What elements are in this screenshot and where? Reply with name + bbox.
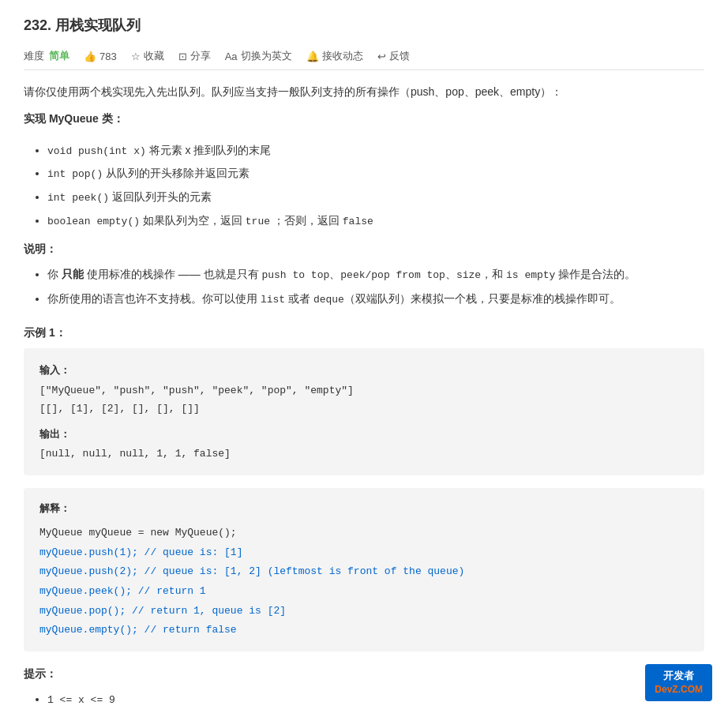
watermark: 开发者 DevZ.COM [645, 664, 712, 701]
subscribe-label: 接收动态 [322, 49, 363, 63]
switch-lang-label: 切换为英文 [241, 49, 292, 63]
difficulty-label: 难度 [24, 49, 44, 63]
example1-title: 示例 1： [24, 326, 704, 340]
hints-section: 提示： 1 <= x <= 9 最多调用 100 次 push、pop、peek… [24, 667, 704, 717]
page-title: 232. 用栈实现队列 [24, 16, 704, 35]
collect-button[interactable]: ☆ 收藏 [131, 49, 164, 63]
output-value: [null, null, null, 1, 1, false] [39, 445, 689, 463]
explain-line-1: MyQueue myQueue = new MyQueue(); [39, 524, 689, 543]
list-item: int peek() 返回队列开头的元素 [47, 186, 704, 208]
note-title: 说明： [24, 242, 704, 257]
share-icon: ⊡ [178, 51, 187, 62]
list-item: int pop() 从队列的开头移除并返回元素 [47, 163, 704, 185]
method-3: int peek() 返回队列开头的元素 [47, 190, 212, 203]
collect-label: 收藏 [144, 49, 164, 63]
difficulty-value: 简单 [49, 49, 69, 63]
example-box: 输入： ["MyQueue", "push", "push", "peek", … [24, 348, 704, 475]
note-section: 说明： 你 只能 使用标准的栈操作 —— 也就是只有 push to top、p… [24, 242, 704, 310]
toolbar: 难度 简单 👍 783 ☆ 收藏 ⊡ 分享 Aa 切换为英文 🔔 接收动态 ↩ … [24, 43, 704, 70]
translate-icon: Aa [225, 51, 238, 62]
method-1: void push(int x) 将元素 x 推到队列的末尾 [47, 144, 272, 156]
like-button[interactable]: 👍 783 [84, 51, 117, 62]
methods-list: void push(int x) 将元素 x 推到队列的末尾 int pop()… [24, 140, 704, 232]
like-count: 783 [99, 51, 117, 62]
subscribe-button[interactable]: 🔔 接收动态 [306, 49, 363, 63]
method-4: boolean empty() 如果队列为空，返回 true ；否则，返回 fa… [47, 214, 373, 227]
note-list: 你 只能 使用标准的栈操作 —— 也就是只有 push to top、peek/… [24, 263, 704, 310]
list-item: void push(int x) 将元素 x 推到队列的末尾 [47, 140, 704, 162]
intro-paragraph: 请你仅使用两个栈实现先入先出队列。队列应当支持一般队列支持的所有操作（push、… [24, 83, 704, 102]
watermark-line2: DevZ.COM [655, 683, 703, 696]
feedback-button[interactable]: ↩ 反馈 [377, 49, 410, 63]
explain-line-2: myQueue.push(1); // queue is: [1] [39, 543, 689, 563]
note-2: 你所使用的语言也许不支持栈。你可以使用 list 或者 deque（双端队列）来… [47, 292, 621, 305]
list-item: boolean empty() 如果队列为空，返回 true ；否则，返回 fa… [47, 210, 704, 232]
bell-icon: 🔔 [306, 51, 319, 62]
feedback-label: 反馈 [389, 49, 410, 63]
list-item: 1 <= x <= 9 [47, 688, 704, 711]
hints-list: 1 <= x <= 9 最多调用 100 次 push、pop、peek 和 e… [24, 688, 704, 717]
note-1: 你 只能 使用标准的栈操作 —— 也就是只有 push to top、peek/… [47, 268, 636, 280]
explain-box: 解释： MyQueue myQueue = new MyQueue(); myQ… [24, 488, 704, 651]
feedback-icon: ↩ [377, 51, 386, 62]
thumb-up-icon: 👍 [84, 51, 96, 62]
explain-title: 解释： [39, 499, 689, 519]
output-label: 输出： [39, 425, 689, 443]
impl-title: 实现 MyQueue 类： [24, 110, 704, 129]
intro-text: 请你仅使用两个栈实现先入先出队列。队列应当支持一般队列支持的所有操作（push、… [24, 83, 704, 129]
input-line2: [[], [1], [2], [], [], []] [39, 400, 689, 418]
input-label: 输入： [39, 361, 689, 379]
list-item: 你 只能 使用标准的栈操作 —— 也就是只有 push to top、peek/… [47, 263, 704, 286]
star-icon: ☆ [131, 51, 141, 62]
share-label: 分享 [190, 49, 211, 63]
hint-1: 1 <= x <= 9 [47, 693, 115, 705]
list-item: 最多调用 100 次 push、pop、peek 和 empty [47, 712, 704, 717]
difficulty-item: 难度 简单 [24, 49, 69, 63]
watermark-line1: 开发者 [655, 669, 703, 683]
hints-title: 提示： [24, 667, 704, 681]
list-item: 你所使用的语言也许不支持栈。你可以使用 list 或者 deque（双端队列）来… [47, 287, 704, 310]
switch-lang-button[interactable]: Aa 切换为英文 [225, 49, 292, 63]
share-button[interactable]: ⊡ 分享 [178, 49, 211, 63]
explain-line-3: myQueue.push(2); // queue is: [1, 2] (le… [39, 562, 689, 582]
explain-line-5: myQueue.pop(); // return 1, queue is [2] [39, 602, 689, 621]
explain-line-6: myQueue.empty(); // return false [39, 621, 689, 640]
input-line1: ["MyQueue", "push", "push", "peek", "pop… [39, 381, 689, 400]
method-2: int pop() 从队列的开头移除并返回元素 [47, 167, 250, 179]
explain-line-4: myQueue.peek(); // return 1 [39, 582, 689, 602]
